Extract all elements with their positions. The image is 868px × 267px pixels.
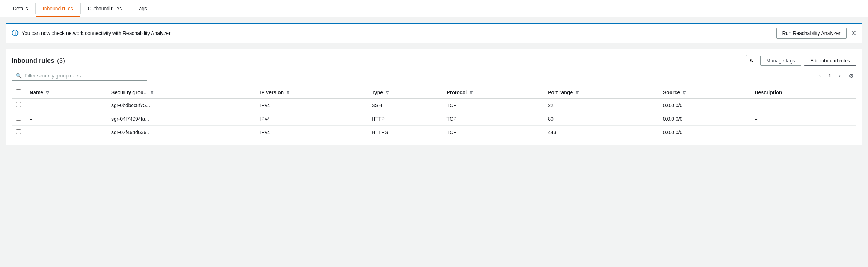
row-checkbox-cell xyxy=(12,99,25,112)
tabs-bar: Details Inbound rules Outbound rules Tag… xyxy=(0,0,868,17)
name-sort-icon[interactable]: ▽ xyxy=(46,91,49,95)
row-checkbox-0[interactable] xyxy=(16,102,21,107)
header-name: Name ▽ xyxy=(25,86,107,99)
row-protocol-0: TCP xyxy=(442,99,544,112)
prev-page-button[interactable]: ‹ xyxy=(815,71,825,81)
search-row: 🔍 ‹ 1 › ⚙ xyxy=(12,71,856,81)
table-header-row: Name ▽ Security grou... ▽ IP version ▽ T… xyxy=(12,86,856,99)
row-description-2: – xyxy=(750,126,856,139)
table-row: – sgr-07f494d639... IPv4 HTTPS TCP 443 0… xyxy=(12,126,856,139)
banner-close-button[interactable]: ✕ xyxy=(851,30,856,36)
header-description: Description xyxy=(750,86,856,99)
table-row: – sgr-0bdbcc8f75... IPv4 SSH TCP 22 0.0.… xyxy=(12,99,856,112)
row-ip-version-0: IPv4 xyxy=(256,99,367,112)
panel-title-count: (3) xyxy=(57,57,65,64)
header-ip-version: IP version ▽ xyxy=(256,86,367,99)
header-checkbox-cell xyxy=(12,86,25,99)
run-reachability-analyzer-button[interactable]: Run Reachability Analyzer xyxy=(776,28,847,39)
search-input[interactable] xyxy=(25,73,143,79)
row-ip-version-2: IPv4 xyxy=(256,126,367,139)
row-checkbox-1[interactable] xyxy=(16,116,21,121)
header-security-group: Security grou... ▽ xyxy=(107,86,256,99)
row-type-1: HTTP xyxy=(367,112,442,126)
next-page-button[interactable]: › xyxy=(835,71,845,81)
security-group-sort-icon[interactable]: ▽ xyxy=(151,91,153,95)
header-port-range: Port range ▽ xyxy=(544,86,659,99)
info-icon: ⓘ xyxy=(12,29,18,37)
refresh-icon: ↻ xyxy=(750,58,754,64)
main-content: ⓘ You can now check network connectivity… xyxy=(0,17,868,151)
row-name-2: – xyxy=(25,126,107,139)
column-settings-button[interactable]: ⚙ xyxy=(846,71,856,81)
banner-right: Run Reachability Analyzer ✕ xyxy=(776,28,856,39)
source-sort-icon[interactable]: ▽ xyxy=(683,91,686,95)
panel-actions: ↻ Manage tags Edit inbound rules xyxy=(746,55,856,66)
panel-title-text: Inbound rules xyxy=(12,57,54,64)
manage-tags-button[interactable]: Manage tags xyxy=(760,56,801,66)
select-all-checkbox[interactable] xyxy=(16,89,21,94)
panel-header: Inbound rules (3) ↻ Manage tags Edit inb… xyxy=(12,55,856,66)
header-protocol: Protocol ▽ xyxy=(442,86,544,99)
banner-text: You can now check network connectivity w… xyxy=(22,30,171,36)
row-name-0: – xyxy=(25,99,107,112)
row-ip-version-1: IPv4 xyxy=(256,112,367,126)
row-port-range-2: 443 xyxy=(544,126,659,139)
search-box: 🔍 xyxy=(12,71,147,81)
pagination: ‹ 1 › ⚙ xyxy=(815,71,856,81)
row-source-0: 0.0.0.0/0 xyxy=(659,99,750,112)
row-checkbox-cell xyxy=(12,126,25,139)
ip-version-sort-icon[interactable]: ▽ xyxy=(287,91,289,95)
header-type: Type ▽ xyxy=(367,86,442,99)
row-checkbox-cell xyxy=(12,112,25,126)
reachability-banner: ⓘ You can now check network connectivity… xyxy=(6,23,862,43)
inbound-rules-table: Name ▽ Security grou... ▽ IP version ▽ T… xyxy=(12,86,856,139)
tab-outbound-rules[interactable]: Outbound rules xyxy=(81,0,129,17)
row-source-1: 0.0.0.0/0 xyxy=(659,112,750,126)
row-port-range-0: 22 xyxy=(544,99,659,112)
row-checkbox-2[interactable] xyxy=(16,129,21,134)
row-type-2: HTTPS xyxy=(367,126,442,139)
page-number: 1 xyxy=(826,73,833,79)
row-port-range-1: 80 xyxy=(544,112,659,126)
panel-title: Inbound rules (3) xyxy=(12,57,65,65)
row-security-group-2: sgr-07f494d639... xyxy=(107,126,256,139)
banner-left: ⓘ You can now check network connectivity… xyxy=(12,29,171,37)
row-description-1: – xyxy=(750,112,856,126)
tab-details[interactable]: Details xyxy=(6,0,35,17)
row-security-group-1: sgr-04f74994fa... xyxy=(107,112,256,126)
row-protocol-1: TCP xyxy=(442,112,544,126)
tab-inbound-rules[interactable]: Inbound rules xyxy=(36,0,80,17)
inbound-rules-panel: Inbound rules (3) ↻ Manage tags Edit inb… xyxy=(6,49,862,145)
protocol-sort-icon[interactable]: ▽ xyxy=(470,91,473,95)
row-type-0: SSH xyxy=(367,99,442,112)
type-sort-icon[interactable]: ▽ xyxy=(386,91,389,95)
header-source: Source ▽ xyxy=(659,86,750,99)
table-row: – sgr-04f74994fa... IPv4 HTTP TCP 80 0.0… xyxy=(12,112,856,126)
search-icon: 🔍 xyxy=(16,73,22,79)
tab-tags[interactable]: Tags xyxy=(129,0,154,17)
row-name-1: – xyxy=(25,112,107,126)
refresh-button[interactable]: ↻ xyxy=(746,55,757,66)
row-security-group-0: sgr-0bdbcc8f75... xyxy=(107,99,256,112)
row-description-0: – xyxy=(750,99,856,112)
row-protocol-2: TCP xyxy=(442,126,544,139)
port-range-sort-icon[interactable]: ▽ xyxy=(576,91,579,95)
row-source-2: 0.0.0.0/0 xyxy=(659,126,750,139)
edit-inbound-rules-button[interactable]: Edit inbound rules xyxy=(804,56,856,66)
